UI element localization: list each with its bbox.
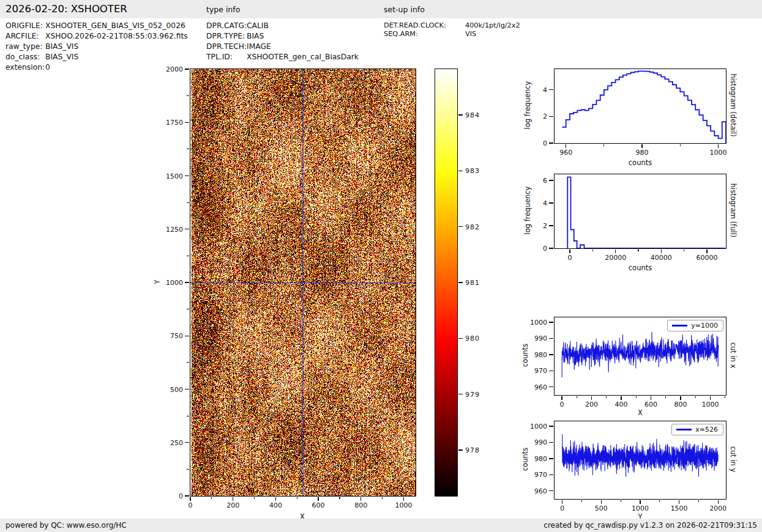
cut-in-y-title: cut in y [729, 446, 738, 473]
x-tick [679, 500, 679, 504]
x-minor-tick [725, 396, 725, 399]
y-tick-label: 970 [534, 471, 547, 479]
colorbar-tick-label: 981 [465, 279, 480, 287]
x-tick-label: 960 [559, 149, 572, 157]
field-label: DPR.CATG: [206, 21, 247, 31]
y-tick [549, 475, 553, 475]
x-minor-tick [659, 500, 660, 503]
colorbar-tick-label: 982 [465, 223, 480, 231]
x-tick [591, 396, 592, 400]
y-tick-label: 6 [543, 177, 547, 185]
field-value: IMAGE [247, 42, 271, 52]
x-tick [706, 249, 707, 253]
bias-image-plot: 0200400600800100002505007501000125015001… [190, 68, 416, 497]
x-tick [403, 497, 404, 501]
y-tick [549, 322, 553, 322]
x-tick [680, 396, 681, 400]
histogram-full-xaxis-label: counts [629, 264, 652, 272]
x-tick-label: 1500 [671, 504, 688, 512]
field-value: BIAS_VIS [45, 42, 78, 52]
histogram-full-curve [555, 174, 726, 248]
x-minor-tick [695, 396, 696, 399]
x-tick [601, 500, 602, 504]
field-label: extension: [6, 62, 45, 73]
type-info-row: TPL.ID:XSHOOTER_gen_cal_BiasDark [206, 52, 359, 62]
legend-line-sample [672, 325, 687, 326]
y-minor-tick [187, 202, 189, 203]
histogram-detail-title: histogram (detail) [729, 73, 738, 136]
y-tick-label: 1000 [166, 279, 183, 287]
bias-image-canvas [190, 69, 416, 496]
cut-in-y-legend: x=526 [671, 424, 723, 435]
y-tick [549, 354, 553, 355]
footer-left-text: powered by QC: www.eso.org/HC [6, 521, 127, 530]
field-label: TPL.ID: [206, 52, 247, 62]
y-tick [549, 89, 553, 90]
setup-info-heading: set-up info [384, 5, 425, 14]
cut-in-x-yaxis-label: counts [521, 344, 529, 367]
y-tick-label: 960 [534, 487, 547, 495]
colorbar-tick [458, 282, 463, 283]
x-minor-tick [339, 497, 340, 500]
x-tick [561, 396, 562, 400]
y-tick-label: 750 [170, 332, 183, 340]
cut-in-x-xaxis-label: X [638, 408, 643, 417]
y-tick [549, 442, 553, 443]
setup-info-block: DET.READ.CLOCK:400k/1pt/lg/2x2 SEQ.ARM:V… [384, 21, 520, 38]
x-minor-tick [592, 249, 593, 252]
colorbar: 978979980981982983984 [435, 68, 458, 497]
file-info-row: raw_type:BIAS_VIS [6, 42, 188, 52]
main-yaxis-label: Y [153, 279, 162, 284]
x-tick-label: 200 [585, 401, 598, 408]
field-label: SEQ.ARM: [384, 30, 465, 39]
y-tick-label: 0 [543, 245, 547, 253]
y-tick [549, 490, 553, 491]
x-tick [640, 500, 640, 504]
type-info-row: DPR.TYPE:BIAS [206, 31, 359, 42]
file-info-block: ORIGFILE:XSHOOTER_GEN_BIAS_VIS_052_0026 … [6, 21, 188, 73]
x-minor-tick [211, 497, 212, 500]
y-tick-label: 1750 [166, 119, 183, 127]
x-tick-label: 200 [226, 501, 239, 509]
y-minor-tick [187, 149, 189, 149]
y-tick-label: 990 [534, 438, 547, 446]
x-tick-label: 600 [644, 401, 657, 408]
x-minor-tick [581, 500, 582, 503]
x-tick [275, 497, 276, 501]
field-value: BIAS_VIS [45, 52, 78, 62]
x-tick-label: 800 [354, 501, 367, 509]
y-tick-label: 1250 [166, 225, 183, 233]
y-minor-tick [187, 469, 189, 470]
y-tick [185, 122, 189, 123]
histogram-full-yaxis-label: log frequency [523, 187, 532, 235]
y-minor-tick [187, 362, 189, 363]
x-minor-tick [680, 144, 681, 147]
legend-label: y=1000 [691, 322, 718, 330]
type-info-row: DPR.CATG:CALIB [206, 21, 359, 31]
setup-info-row: DET.READ.CLOCK:400k/1pt/lg/2x2 [384, 21, 520, 30]
y-tick [185, 229, 189, 229]
type-info-heading: type info [206, 5, 240, 14]
x-tick [651, 396, 651, 400]
x-tick [641, 144, 642, 148]
field-label: do_class: [6, 52, 45, 62]
histogram-full-plot: 02000040000600000246 [554, 174, 727, 249]
y-tick [549, 248, 553, 248]
field-value: XSHOOTER_GEN_BIAS_VIS_052_0026 [45, 21, 185, 31]
x-minor-tick [297, 497, 297, 500]
setup-info-row: SEQ.ARM:VIS [384, 30, 520, 39]
x-tick-label: 1000 [702, 401, 719, 408]
file-info-row: extension:0 [6, 62, 188, 73]
histogram-detail-plot: 9609801000024 [554, 68, 727, 144]
y-tick [549, 180, 553, 180]
x-tick [318, 497, 318, 501]
y-tick [549, 225, 553, 226]
y-tick [549, 116, 553, 117]
y-tick-label: 2 [543, 113, 547, 120]
histogram-full-title: histogram (full) [729, 183, 738, 238]
x-tick [233, 497, 233, 501]
cut-in-y-yaxis-label: counts [521, 448, 529, 471]
colorbar-tick [458, 394, 463, 394]
x-tick [710, 396, 711, 400]
y-tick-label: 0 [179, 492, 183, 500]
